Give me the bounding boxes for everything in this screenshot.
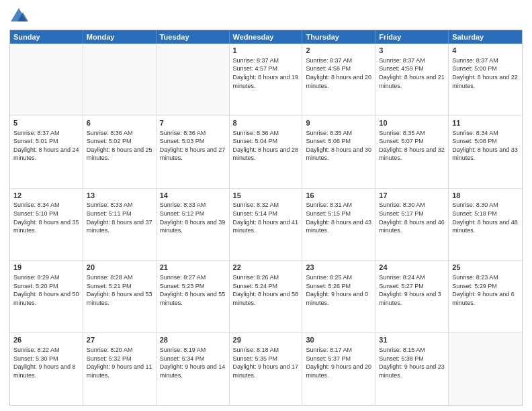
cell-content: Sunrise: 8:33 AMSunset: 5:12 PMDaylight:… [160,201,226,234]
day-cell-29: 29 Sunrise: 8:18 AMSunset: 5:35 PMDaylig… [230,333,303,405]
header-day-monday: Monday [83,30,157,44]
cell-content: Sunrise: 8:35 AMSunset: 5:06 PMDaylight:… [306,129,371,163]
calendar-body: 1 Sunrise: 8:37 AMSunset: 4:57 PMDayligh… [10,44,522,405]
cell-content: Sunrise: 8:34 AMSunset: 5:08 PMDaylight:… [452,129,519,163]
calendar-header: SundayMondayTuesdayWednesdayThursdayFrid… [10,30,522,44]
day-cell-19: 19 Sunrise: 8:29 AMSunset: 5:20 PMDaylig… [10,261,83,332]
day-cell-17: 17 Sunrise: 8:30 AMSunset: 5:17 PMDaylig… [375,189,449,261]
day-cell-5: 5 Sunrise: 8:37 AMSunset: 5:01 PMDayligh… [10,116,83,188]
day-number: 24 [379,263,445,273]
cell-content: Sunrise: 8:27 AMSunset: 5:23 PMDaylight:… [160,273,226,307]
day-number: 3 [379,46,445,56]
day-number: 17 [379,191,445,201]
cell-content: Sunrise: 8:17 AMSunset: 5:37 PMDaylight:… [306,346,371,379]
day-cell-13: 13 Sunrise: 8:33 AMSunset: 5:11 PMDaylig… [83,189,157,261]
day-number: 1 [233,46,299,56]
day-cell-12: 12 Sunrise: 8:34 AMSunset: 5:10 PMDaylig… [10,189,83,261]
cell-content: Sunrise: 8:29 AMSunset: 5:20 PMDaylight:… [13,273,79,307]
day-number: 6 [87,118,152,128]
header-day-saturday: Saturday [449,30,522,44]
day-number: 9 [306,118,371,128]
day-number: 21 [160,263,226,273]
day-number: 19 [13,263,79,273]
cell-content: Sunrise: 8:31 AMSunset: 5:15 PMDaylight:… [306,201,371,234]
cell-content: Sunrise: 8:37 AMSunset: 4:57 PMDaylight:… [233,56,299,90]
cell-content: Sunrise: 8:36 AMSunset: 5:04 PMDaylight:… [233,129,299,163]
cell-content: Sunrise: 8:24 AMSunset: 5:27 PMDaylight:… [379,273,445,307]
day-number: 29 [233,335,299,345]
calendar: SundayMondayTuesdayWednesdayThursdayFrid… [9,30,523,406]
day-number: 26 [13,335,79,345]
cell-content: Sunrise: 8:28 AMSunset: 5:21 PMDaylight:… [87,273,152,307]
day-number: 7 [160,118,226,128]
calendar-row-1: 1 Sunrise: 8:37 AMSunset: 4:57 PMDayligh… [10,44,522,116]
cell-content: Sunrise: 8:22 AMSunset: 5:30 PMDaylight:… [13,346,79,379]
header-day-friday: Friday [375,30,449,44]
day-cell-11: 11 Sunrise: 8:34 AMSunset: 5:08 PMDaylig… [449,116,522,188]
calendar-row-4: 19 Sunrise: 8:29 AMSunset: 5:20 PMDaylig… [10,260,522,332]
empty-cell [157,44,230,116]
day-cell-9: 9 Sunrise: 8:35 AMSunset: 5:06 PMDayligh… [302,116,375,188]
day-cell-8: 8 Sunrise: 8:36 AMSunset: 5:04 PMDayligh… [230,116,303,188]
cell-content: Sunrise: 8:36 AMSunset: 5:02 PMDaylight:… [87,129,152,163]
cell-content: Sunrise: 8:37 AMSunset: 5:01 PMDaylight:… [13,129,79,163]
day-cell-23: 23 Sunrise: 8:25 AMSunset: 5:26 PMDaylig… [302,261,375,332]
cell-content: Sunrise: 8:18 AMSunset: 5:35 PMDaylight:… [233,346,299,379]
cell-content: Sunrise: 8:36 AMSunset: 5:03 PMDaylight:… [160,129,226,163]
page: SundayMondayTuesdayWednesdayThursdayFrid… [0,0,532,411]
day-number: 16 [306,191,371,201]
cell-content: Sunrise: 8:20 AMSunset: 5:32 PMDaylight:… [87,346,152,379]
empty-cell [83,44,157,116]
header [9,7,523,26]
day-cell-18: 18 Sunrise: 8:30 AMSunset: 5:18 PMDaylig… [449,189,522,261]
empty-cell [449,333,522,405]
cell-content: Sunrise: 8:33 AMSunset: 5:11 PMDaylight:… [87,201,152,234]
day-number: 20 [87,263,152,273]
day-number: 22 [233,263,299,273]
cell-content: Sunrise: 8:30 AMSunset: 5:18 PMDaylight:… [452,201,519,234]
day-number: 4 [452,46,519,56]
day-number: 23 [306,263,371,273]
day-number: 12 [13,191,79,201]
day-cell-10: 10 Sunrise: 8:35 AMSunset: 5:07 PMDaylig… [375,116,449,188]
day-cell-3: 3 Sunrise: 8:37 AMSunset: 4:59 PMDayligh… [375,44,449,116]
day-number: 25 [452,263,519,273]
day-number: 27 [87,335,152,345]
day-cell-1: 1 Sunrise: 8:37 AMSunset: 4:57 PMDayligh… [230,44,303,116]
cell-content: Sunrise: 8:35 AMSunset: 5:07 PMDaylight:… [379,129,445,163]
cell-content: Sunrise: 8:37 AMSunset: 4:59 PMDaylight:… [379,56,445,90]
day-cell-14: 14 Sunrise: 8:33 AMSunset: 5:12 PMDaylig… [157,189,230,261]
day-number: 13 [87,191,152,201]
day-cell-28: 28 Sunrise: 8:19 AMSunset: 5:34 PMDaylig… [157,333,230,405]
logo-icon [9,7,28,26]
day-number: 2 [306,46,371,56]
day-cell-24: 24 Sunrise: 8:24 AMSunset: 5:27 PMDaylig… [375,261,449,332]
cell-content: Sunrise: 8:34 AMSunset: 5:10 PMDaylight:… [13,201,79,234]
day-cell-25: 25 Sunrise: 8:23 AMSunset: 5:29 PMDaylig… [449,261,522,332]
day-cell-27: 27 Sunrise: 8:20 AMSunset: 5:32 PMDaylig… [83,333,157,405]
cell-content: Sunrise: 8:23 AMSunset: 5:29 PMDaylight:… [452,273,519,307]
day-number: 30 [306,335,371,345]
day-number: 14 [160,191,226,201]
cell-content: Sunrise: 8:19 AMSunset: 5:34 PMDaylight:… [160,346,226,379]
day-cell-7: 7 Sunrise: 8:36 AMSunset: 5:03 PMDayligh… [157,116,230,188]
cell-content: Sunrise: 8:25 AMSunset: 5:26 PMDaylight:… [306,273,371,307]
day-number: 5 [13,118,79,128]
cell-content: Sunrise: 8:37 AMSunset: 5:00 PMDaylight:… [452,56,519,90]
cell-content: Sunrise: 8:32 AMSunset: 5:14 PMDaylight:… [233,201,299,234]
day-cell-2: 2 Sunrise: 8:37 AMSunset: 4:58 PMDayligh… [302,44,375,116]
day-number: 10 [379,118,445,128]
day-number: 11 [452,118,519,128]
header-day-sunday: Sunday [10,30,83,44]
day-cell-6: 6 Sunrise: 8:36 AMSunset: 5:02 PMDayligh… [83,116,157,188]
day-number: 8 [233,118,299,128]
day-cell-22: 22 Sunrise: 8:26 AMSunset: 5:24 PMDaylig… [230,261,303,332]
day-number: 15 [233,191,299,201]
day-number: 18 [452,191,519,201]
calendar-row-3: 12 Sunrise: 8:34 AMSunset: 5:10 PMDaylig… [10,188,522,261]
day-cell-4: 4 Sunrise: 8:37 AMSunset: 5:00 PMDayligh… [449,44,522,116]
day-cell-30: 30 Sunrise: 8:17 AMSunset: 5:37 PMDaylig… [302,333,375,405]
cell-content: Sunrise: 8:15 AMSunset: 5:38 PMDaylight:… [379,346,445,379]
empty-cell [10,44,83,116]
day-cell-16: 16 Sunrise: 8:31 AMSunset: 5:15 PMDaylig… [302,189,375,261]
